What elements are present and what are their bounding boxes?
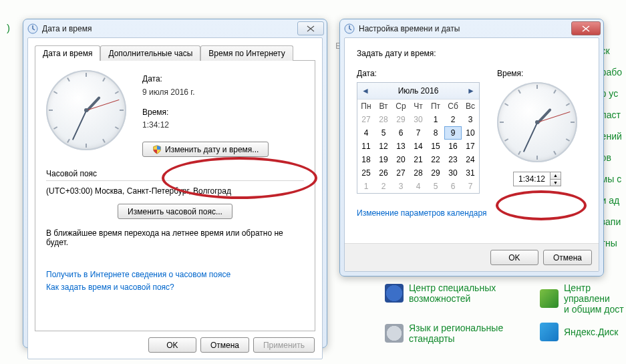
time-label: Время: <box>142 106 269 120</box>
analog-clock <box>46 70 126 150</box>
cal-next-button[interactable]: ► <box>466 86 476 96</box>
cal-day[interactable]: 1 <box>357 180 375 193</box>
cal-day[interactable]: 31 <box>462 166 479 180</box>
apply-button: Применить <box>253 337 315 353</box>
datetime-readout: Дата: 9 июля 2016 г. Время: 1:34:12 Изме… <box>142 70 269 158</box>
cal-day[interactable]: 5 <box>427 180 444 193</box>
cal-day[interactable]: 3 <box>462 113 479 126</box>
spin-down-button[interactable]: ▼ <box>551 180 561 186</box>
change-datetime-button[interactable]: Изменить дату и время... <box>142 142 269 157</box>
bg-yadisk[interactable]: Яндекс.Диск <box>540 323 618 341</box>
cal-day[interactable]: 2 <box>375 180 392 193</box>
cal-day[interactable]: 29 <box>392 113 410 126</box>
cal-day[interactable]: 2 <box>444 113 462 126</box>
cal-day[interactable]: 16 <box>444 140 462 153</box>
cal-day[interactable]: 27 <box>392 166 410 180</box>
dialog-buttons: OK Отмена <box>345 243 599 271</box>
cal-day[interactable]: 11 <box>357 140 375 153</box>
cal-dow: Чт <box>410 100 427 113</box>
bg-label: Центр специальных возможностей <box>409 283 496 304</box>
bg-label: Яндекс.Диск <box>564 327 618 337</box>
tab-additional-clocks[interactable]: Дополнительные часы <box>100 45 200 61</box>
cal-day[interactable]: 30 <box>444 166 462 180</box>
accessibility-icon <box>385 284 404 303</box>
bg-label: Центр управлени и общим дост <box>564 283 626 315</box>
tab-datetime[interactable]: Дата и время <box>35 45 100 61</box>
cal-day[interactable]: 1 <box>427 113 444 126</box>
yandex-disk-icon <box>540 323 559 341</box>
cal-day[interactable]: 25 <box>357 166 375 180</box>
cal-day[interactable]: 24 <box>462 153 479 166</box>
cal-day[interactable]: 15 <box>427 140 444 153</box>
cal-day[interactable]: 9 <box>444 126 462 140</box>
time-input[interactable] <box>514 172 550 186</box>
bg-fragments: скрабор усластенийовмы си адзапитны <box>601 40 622 254</box>
cal-day[interactable]: 23 <box>444 153 462 166</box>
time-spinner[interactable]: ▲ ▼ <box>513 172 561 186</box>
cal-day[interactable]: 6 <box>444 180 462 193</box>
manage-icon <box>540 289 559 308</box>
cal-title: Июль 2016 <box>398 86 439 96</box>
cancel-button[interactable]: Отмена <box>543 250 592 265</box>
cal-day[interactable]: 27 <box>357 113 375 126</box>
cancel-button[interactable]: Отмена <box>200 337 249 353</box>
cal-day[interactable]: 4 <box>357 126 375 140</box>
cal-dow: Вт <box>375 100 392 113</box>
cal-day[interactable]: 17 <box>462 140 479 153</box>
tz-value: (UTC+03:00) Москва, Санкт-Петербург, Вол… <box>46 186 304 196</box>
cal-day[interactable]: 30 <box>410 113 427 126</box>
bg-lang[interactable]: Язык и региональные стандарты <box>385 323 503 344</box>
cal-day[interactable]: 12 <box>375 140 392 153</box>
cal-day[interactable]: 4 <box>410 180 427 193</box>
globe-clock-icon <box>385 324 404 343</box>
dialog-buttons: OK Отмена Применить <box>28 331 322 359</box>
cal-day[interactable]: 19 <box>375 153 392 166</box>
cal-day[interactable]: 26 <box>375 166 392 180</box>
close-button[interactable] <box>297 21 324 35</box>
cal-prev-button[interactable]: ◄ <box>361 86 370 96</box>
time-label: Время: <box>497 69 577 78</box>
cal-day[interactable]: 18 <box>357 153 375 166</box>
cal-day[interactable]: 5 <box>375 126 392 140</box>
datetime-dialog: Дата и время Дата и время Дополнительные… <box>23 19 327 348</box>
datetime-icon <box>344 23 355 34</box>
tab-strip: Дата и время Дополнительные часы Время п… <box>28 38 322 60</box>
set-datetime-dialog: Настройка времени и даты Задать дату и в… <box>339 19 604 277</box>
cal-day[interactable]: 29 <box>427 166 444 180</box>
ok-button[interactable]: OK <box>148 337 196 353</box>
analog-clock <box>497 82 577 162</box>
date-value: 9 июля 2016 г. <box>142 86 269 100</box>
link-tz-info[interactable]: Получить в Интернете сведения о часовом … <box>46 270 230 279</box>
cal-day[interactable]: 22 <box>427 153 444 166</box>
link-calendar-settings[interactable]: Изменение параметров календаря <box>357 208 487 218</box>
dst-note: В ближайшее время перехода на летнее вре… <box>46 228 304 247</box>
cal-day[interactable]: 20 <box>392 153 410 166</box>
titlebar[interactable]: Настройка времени и даты <box>340 19 603 37</box>
cal-day[interactable]: 8 <box>427 126 444 140</box>
cal-day[interactable]: 28 <box>375 113 392 126</box>
cal-dow: Пт <box>427 100 444 113</box>
tab-internet-time[interactable]: Время по Интернету <box>200 45 293 61</box>
cal-day[interactable]: 10 <box>462 126 479 140</box>
cal-day[interactable]: 13 <box>392 140 410 153</box>
close-button[interactable] <box>571 21 601 35</box>
cal-day[interactable]: 28 <box>410 166 427 180</box>
cal-day[interactable]: 3 <box>392 180 410 193</box>
cal-dow: Пн <box>357 100 375 113</box>
cal-dow: Вс <box>462 100 479 113</box>
date-label: Дата: <box>357 69 480 78</box>
titlebar[interactable]: Дата и время <box>23 19 327 37</box>
cal-day[interactable]: 7 <box>462 180 479 193</box>
link-howto-time[interactable]: Как задать время и часовой пояс? <box>46 283 174 292</box>
cal-day[interactable]: 14 <box>410 140 427 153</box>
ok-button[interactable]: OK <box>490 250 538 265</box>
bg-accessibility[interactable]: Центр специальных возможностей <box>385 283 496 304</box>
spin-up-button[interactable]: ▲ <box>551 172 561 180</box>
cal-day[interactable]: 6 <box>392 126 410 140</box>
bg-manage[interactable]: Центр управлени и общим дост <box>540 283 626 315</box>
change-tz-button[interactable]: Изменить часовой пояс... <box>118 204 232 219</box>
cal-day[interactable]: 7 <box>410 126 427 140</box>
cal-day[interactable]: 21 <box>410 153 427 166</box>
cal-dow: Сб <box>444 100 462 113</box>
window-title: Дата и время <box>42 24 92 33</box>
